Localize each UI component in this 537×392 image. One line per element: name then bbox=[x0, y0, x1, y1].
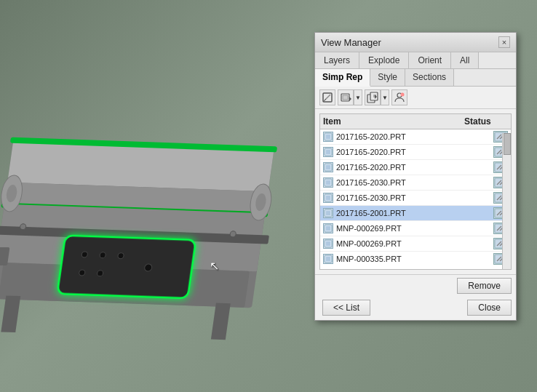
row-name: 2017165-2030.PRT bbox=[336, 193, 490, 202]
svg-rect-7 bbox=[1, 295, 20, 332]
row-icon bbox=[323, 254, 333, 264]
scrollbar-track[interactable] bbox=[502, 133, 511, 269]
row-icon bbox=[323, 208, 333, 218]
svg-rect-63 bbox=[326, 196, 330, 200]
row-icon bbox=[323, 223, 333, 233]
row-name: 2017165-2001.PRT bbox=[336, 209, 490, 217]
close-button[interactable]: Close bbox=[467, 300, 512, 316]
svg-rect-58 bbox=[326, 180, 330, 185]
table-row[interactable]: 2017165-2030.PRT bbox=[320, 175, 511, 191]
tab-sections[interactable]: Sections bbox=[405, 69, 454, 86]
row-icon bbox=[323, 193, 333, 203]
list-button[interactable]: << List bbox=[322, 300, 370, 316]
table-body: 2017165-2020.PRT 2017165-2020.PRT bbox=[320, 129, 511, 265]
toolbar-copy-dropdown-arrow[interactable]: ▼ bbox=[381, 89, 389, 105]
copy-icon bbox=[367, 92, 378, 103]
dialog-title: View Manager bbox=[321, 37, 381, 48]
table-row-selected[interactable]: 2017165-2001.PRT bbox=[320, 206, 511, 221]
row-icon bbox=[323, 162, 333, 172]
tab-row-1: Layers Explode Orient All bbox=[315, 52, 516, 69]
toolbar-dropdown-group: ▼ bbox=[338, 89, 362, 105]
toolbar-btn-rep[interactable] bbox=[338, 89, 354, 105]
conveyor-scene bbox=[0, 22, 313, 378]
tab-explode[interactable]: Explode bbox=[359, 52, 409, 68]
row-name: MNP-000269.PRT bbox=[336, 224, 490, 233]
col-item-header: Item bbox=[323, 116, 464, 127]
remove-button[interactable]: Remove bbox=[457, 278, 512, 294]
svg-marker-33 bbox=[349, 97, 351, 101]
toolbar: ▼ ▼ ! bbox=[315, 87, 516, 109]
svg-rect-53 bbox=[326, 165, 330, 169]
toolbar-dropdown-arrow[interactable]: ▼ bbox=[354, 89, 362, 105]
row-icon bbox=[323, 147, 333, 157]
col-status-header: Status bbox=[464, 116, 508, 127]
row-name: 2017165-2020.PRT bbox=[336, 132, 490, 141]
table-row[interactable]: MNP-000269.PRT bbox=[320, 236, 511, 252]
table-row[interactable]: 2017165-2020.PRT bbox=[320, 145, 511, 160]
parts-table: Item Status 2017165-2020.PRT 2017165-202… bbox=[319, 113, 512, 270]
dialog-titlebar: View Manager × bbox=[315, 33, 516, 52]
user-icon: ! bbox=[394, 92, 405, 103]
svg-rect-32 bbox=[343, 95, 348, 100]
cursor-pointer: ↖ bbox=[210, 259, 219, 273]
tab-simp-rep[interactable]: Simp Rep bbox=[315, 69, 370, 87]
svg-text:!: ! bbox=[401, 93, 402, 97]
svg-rect-8 bbox=[211, 303, 231, 340]
table-row[interactable]: MNP-000269.PRT bbox=[320, 221, 511, 236]
svg-rect-43 bbox=[326, 135, 330, 139]
row-name: 2017165-2020.PRT bbox=[336, 163, 490, 172]
tab-layers[interactable]: Layers bbox=[315, 52, 359, 68]
row-icon bbox=[323, 177, 333, 188]
row-icon bbox=[323, 132, 333, 142]
row-name: MNP-000335.PRT bbox=[336, 255, 490, 263]
row-name: 2017165-2030.PRT bbox=[336, 178, 490, 187]
toolbar-btn-exclude[interactable] bbox=[319, 89, 335, 105]
row-icon bbox=[323, 239, 333, 249]
table-row[interactable]: 2017165-2020.PRT bbox=[320, 129, 511, 145]
svg-point-23 bbox=[0, 152, 1, 182]
rep-icon bbox=[340, 92, 351, 103]
toolbar-copy-group: ▼ bbox=[365, 89, 389, 105]
remove-button-area: Remove bbox=[315, 274, 516, 297]
svg-rect-73 bbox=[326, 226, 330, 231]
svg-rect-16 bbox=[57, 236, 196, 298]
row-name: 2017165-2020.PRT bbox=[336, 148, 490, 156]
scrollbar-thumb[interactable] bbox=[504, 133, 511, 155]
table-row[interactable]: 2017165-2030.PRT bbox=[320, 191, 511, 206]
table-row[interactable]: 2017165-2020.PRT bbox=[320, 160, 511, 175]
svg-rect-48 bbox=[326, 150, 330, 154]
svg-rect-68 bbox=[326, 211, 330, 215]
toolbar-btn-user[interactable]: ! bbox=[391, 89, 407, 105]
exclude-icon bbox=[322, 92, 333, 103]
tab-row-2: Simp Rep Style Sections bbox=[315, 69, 516, 87]
toolbar-btn-copy[interactable] bbox=[365, 89, 381, 105]
view-manager-dialog: View Manager × Layers Explode Orient All… bbox=[314, 32, 517, 321]
table-header: Item Status bbox=[320, 114, 511, 129]
tab-style[interactable]: Style bbox=[370, 69, 405, 86]
svg-rect-78 bbox=[326, 241, 330, 246]
tab-orient[interactable]: Orient bbox=[409, 52, 451, 68]
tab-all[interactable]: All bbox=[451, 52, 479, 68]
svg-rect-83 bbox=[326, 257, 330, 261]
footer-row: << List Close bbox=[315, 297, 516, 320]
table-row[interactable]: MNP-000335.PRT bbox=[320, 252, 511, 265]
row-name: MNP-000269.PRT bbox=[336, 239, 490, 248]
dialog-close-button[interactable]: × bbox=[498, 36, 510, 48]
